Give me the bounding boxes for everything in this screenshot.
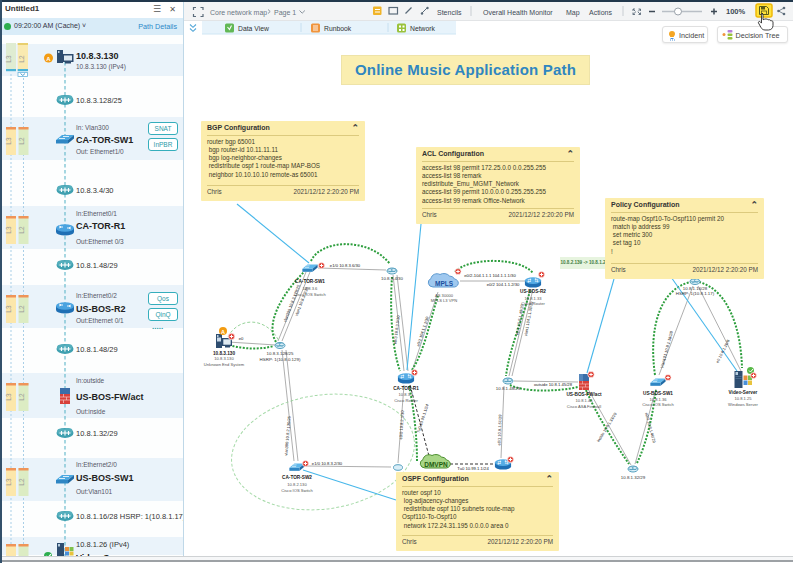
svg-text:Unknown End System: Unknown End System bbox=[204, 362, 245, 367]
svg-text:Actions: Actions bbox=[589, 9, 612, 16]
svg-text:Data View: Data View bbox=[238, 25, 269, 32]
svg-text:US-BOS-FW/act: US-BOS-FW/act bbox=[566, 392, 602, 397]
svg-text:Page 1: Page 1 bbox=[274, 9, 296, 17]
svg-text:10.8.1.32/29: 10.8.1.32/29 bbox=[621, 475, 646, 480]
svg-text:Incident: Incident bbox=[679, 31, 704, 40]
svg-text:Network: Network bbox=[410, 25, 436, 32]
svg-text:10.8.3.130: 10.8.3.130 bbox=[213, 351, 236, 356]
svg-text:L2: L2 bbox=[18, 393, 25, 401]
svg-text:CA-TOR-SW1: CA-TOR-SW1 bbox=[295, 279, 325, 284]
svg-text:MPLS L3 VPN: MPLS L3 VPN bbox=[431, 298, 457, 303]
svg-text:DMVPN: DMVPN bbox=[424, 461, 448, 468]
svg-text:AS 30000: AS 30000 bbox=[435, 293, 454, 298]
svg-text:US-BOS-SW1: US-BOS-SW1 bbox=[643, 391, 673, 396]
svg-text:10.8.2.130: 10.8.2.130 bbox=[287, 482, 307, 487]
svg-text:L2: L2 bbox=[18, 55, 25, 63]
svg-text:10.8.3.130: 10.8.3.130 bbox=[214, 356, 234, 361]
svg-text:Video-Server: Video-Server bbox=[729, 390, 758, 395]
svg-text:10.8.1.36: 10.8.1.36 bbox=[649, 397, 667, 402]
svg-text:L3: L3 bbox=[5, 137, 12, 145]
svg-text:HSRP: 1(10.8.0.129): HSRP: 1(10.8.0.129) bbox=[260, 357, 301, 362]
svg-text:Cisco IOS Switch: Cisco IOS Switch bbox=[642, 402, 674, 407]
svg-text:L2: L2 bbox=[18, 478, 25, 486]
svg-text:Windows Server: Windows Server bbox=[728, 402, 758, 407]
svg-text:Cisco ASA Firewall: Cisco ASA Firewall bbox=[567, 404, 601, 409]
svg-text:Stencils: Stencils bbox=[437, 9, 462, 16]
svg-text:e0/2-104.1.1.1 104.1.1.1/30: e0/2-104.1.1.1 104.1.1.1/30 bbox=[464, 273, 516, 278]
svg-text:L3: L3 bbox=[5, 478, 12, 486]
svg-text:e1/0 10.8.3.2/30: e1/0 10.8.3.2/30 bbox=[312, 461, 343, 466]
svg-text:L2: L2 bbox=[18, 305, 25, 313]
svg-text:outside 10.8.1.45/28: outside 10.8.1.45/28 bbox=[534, 382, 573, 387]
svg-text:HSRP: 1(10.8.1.17): HSRP: 1(10.8.1.17) bbox=[676, 291, 715, 296]
svg-text:Core network map: Core network map bbox=[210, 9, 267, 17]
svg-text:Runbook: Runbook bbox=[324, 25, 352, 32]
svg-text:10.8.3.1: 10.8.3.1 bbox=[399, 392, 415, 397]
svg-text:US-BOS-R2: US-BOS-R2 bbox=[520, 289, 546, 294]
svg-text:e0/2 104.1.1.2/30: e0/2 104.1.1.2/30 bbox=[487, 282, 520, 287]
svg-text:L3: L3 bbox=[5, 393, 12, 401]
svg-text:Map: Map bbox=[566, 9, 580, 17]
svg-text:CA-TOR-R1: CA-TOR-R1 bbox=[393, 386, 419, 391]
svg-text:L3: L3 bbox=[5, 305, 12, 313]
svg-text:10.8.1.33: 10.8.1.33 bbox=[524, 296, 542, 301]
svg-text:CA-TOR-SW2: CA-TOR-SW2 bbox=[282, 475, 312, 480]
svg-text:10.8.1.48/29: 10.8.1.48/29 bbox=[496, 386, 521, 391]
svg-text:Tu0 10.99.1.1/24: Tu0 10.99.1.1/24 bbox=[457, 466, 489, 471]
svg-text:Vlan101 10.8.1.18/28: Vlan101 10.8.1.18/28 bbox=[659, 330, 674, 369]
svg-text:Overall Health Monitor: Overall Health Monitor bbox=[483, 9, 553, 16]
svg-text:A: A bbox=[46, 56, 51, 62]
svg-text:100%: 100% bbox=[726, 7, 746, 16]
svg-text:Cisco Router: Cisco Router bbox=[394, 398, 418, 403]
svg-text:L2: L2 bbox=[18, 137, 25, 145]
svg-text:10.8.3.128/25: 10.8.3.128/25 bbox=[267, 351, 294, 356]
svg-text:Cisco IOS Switch: Cisco IOS Switch bbox=[294, 292, 326, 297]
svg-text:10.8.3.4/30: 10.8.3.4/30 bbox=[381, 276, 404, 281]
svg-text:MPLS: MPLS bbox=[435, 280, 454, 287]
svg-text:L3: L3 bbox=[5, 226, 12, 234]
svg-text:10.8.1.25: 10.8.1.25 bbox=[734, 396, 752, 401]
svg-text:L2: L2 bbox=[18, 226, 25, 234]
svg-text:e0/0 10.8.2.1/30: e0/0 10.8.2.1/30 bbox=[398, 410, 405, 440]
svg-text:e0: e0 bbox=[239, 336, 244, 341]
svg-text:vlan300 10.8.2.130/25: vlan300 10.8.2.130/25 bbox=[283, 415, 291, 456]
svg-text:10.8.1.45: 10.8.1.45 bbox=[575, 398, 593, 403]
svg-text:e1/0 10.8.3.6/30: e1/0 10.8.3.6/30 bbox=[330, 263, 361, 268]
svg-text:.....: ..... bbox=[152, 322, 163, 331]
svg-text:A: A bbox=[221, 329, 225, 335]
svg-text:Tu0 10.99.1.1/24: Tu0 10.99.1.1/24 bbox=[416, 403, 430, 434]
svg-text:L3: L3 bbox=[5, 55, 12, 63]
svg-text:Cisco IOS Switch: Cisco IOS Switch bbox=[281, 488, 313, 493]
